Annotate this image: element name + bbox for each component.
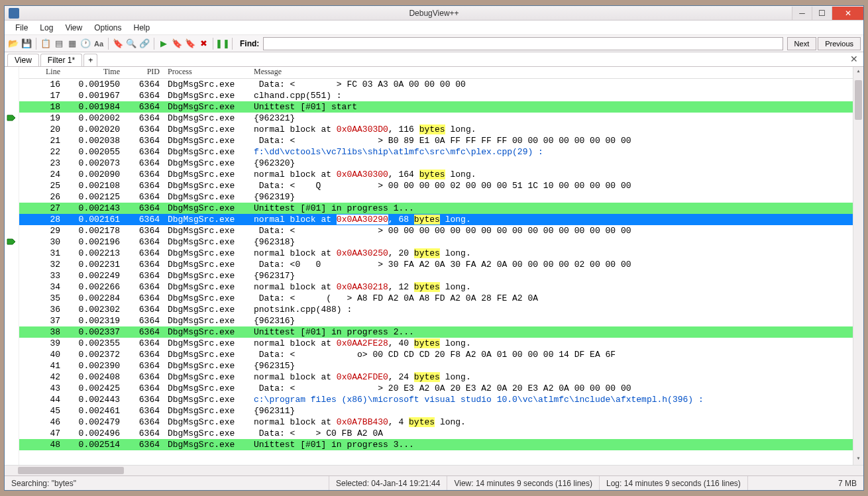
table-row[interactable]: 420.0024086364DbgMsgSrc.exenormal block … bbox=[19, 372, 863, 383]
table-row[interactable]: 320.0022316364DbgMsgSrc.exe Data: <0 0 >… bbox=[19, 259, 863, 270]
log-table[interactable]: Line Time PID Process Message 160.001950… bbox=[19, 67, 863, 465]
menu-view[interactable]: View bbox=[60, 22, 87, 34]
col-pid[interactable]: PID bbox=[125, 67, 165, 78]
titlebar[interactable]: DebugView++ ─ ☐ ✕ bbox=[5, 6, 863, 21]
table-row[interactable]: 240.0020906364DbgMsgSrc.exenormal block … bbox=[19, 169, 863, 180]
link-icon[interactable]: 🔗 bbox=[138, 38, 150, 50]
find-label: Find: bbox=[240, 39, 259, 48]
tab-add[interactable]: + bbox=[83, 54, 97, 66]
hscrollbar[interactable] bbox=[5, 465, 863, 475]
table-row[interactable]: 340.0022666364DbgMsgSrc.exenormal block … bbox=[19, 281, 863, 293]
status-selected: Selected: 04-Jan-14 19:21:44 bbox=[329, 476, 447, 490]
close-button[interactable]: ✕ bbox=[832, 7, 863, 20]
clear-icon[interactable]: ✖ bbox=[197, 38, 209, 50]
scroll-down-icon[interactable]: ▾ bbox=[853, 454, 863, 465]
table-row[interactable]: 470.0024966364DbgMsgSrc.exe Data: < > C0… bbox=[19, 428, 863, 439]
menu-log[interactable]: Log bbox=[34, 22, 58, 34]
table-row[interactable]: 250.0021086364DbgMsgSrc.exe Data: < Q > … bbox=[19, 180, 863, 191]
table-row[interactable]: 440.0024436364DbgMsgSrc.exec:\program fi… bbox=[19, 394, 863, 405]
status-log: Log: 14 minutes 9 seconds (116 lines) bbox=[600, 476, 748, 490]
table-row[interactable]: 410.0023906364DbgMsgSrc.exe{962315} bbox=[19, 360, 863, 372]
bookmark-icon[interactable] bbox=[7, 237, 16, 246]
table-row[interactable]: 330.0022496364DbgMsgSrc.exe{962317} bbox=[19, 270, 863, 281]
status-view: View: 14 minutes 9 seconds (116 lines) bbox=[447, 476, 600, 490]
col-time[interactable]: Time bbox=[66, 67, 125, 78]
play-icon[interactable]: ▶ bbox=[158, 38, 170, 50]
save-icon[interactable]: 💾 bbox=[21, 38, 32, 50]
filter-icon[interactable]: 🔖 bbox=[112, 38, 124, 50]
find-prev-button[interactable]: Previous bbox=[818, 37, 861, 50]
toolbar: 📂 💾 📋 ▤ ▦ 🕐 Aa 🔖 🔍 🔗 ▶ 🔖 🔖 ✖ ❚❚ Find: Ne… bbox=[5, 35, 863, 52]
copy-icon[interactable]: 📋 bbox=[40, 38, 52, 50]
vscroll-thumb[interactable] bbox=[855, 80, 862, 120]
table-row[interactable]: 290.0021786364DbgMsgSrc.exe Data: < > 00… bbox=[19, 225, 863, 236]
scroll-up-icon[interactable]: ▴ bbox=[853, 67, 863, 77]
list-icon[interactable]: ▤ bbox=[53, 38, 65, 50]
table-row[interactable]: 220.0020556364DbgMsgSrc.exef:\dd\vctools… bbox=[19, 146, 863, 158]
table-row[interactable]: 400.0023726364DbgMsgSrc.exe Data: < o> 0… bbox=[19, 349, 863, 360]
clock-icon[interactable]: 🕐 bbox=[80, 38, 91, 50]
app-window: DebugView++ ─ ☐ ✕ File Log View Options … bbox=[4, 5, 864, 491]
window-title: DebugView++ bbox=[5, 9, 863, 18]
col-line[interactable]: Line bbox=[19, 67, 66, 78]
find-icon[interactable]: 🔍 bbox=[125, 38, 137, 50]
table-row[interactable]: 460.0024796364DbgMsgSrc.exenormal block … bbox=[19, 417, 863, 428]
status-searching: Searching: "bytes" bbox=[5, 476, 329, 490]
table-row[interactable]: 280.0021616364DbgMsgSrc.exenormal block … bbox=[19, 214, 863, 225]
table-row[interactable]: 380.0023376364DbgMsgSrc.exeUnittest [#01… bbox=[19, 326, 863, 338]
table-row[interactable]: 310.0022136364DbgMsgSrc.exenormal block … bbox=[19, 248, 863, 259]
table-header: Line Time PID Process Message bbox=[19, 67, 863, 79]
tab-close-icon[interactable]: ✕ bbox=[850, 54, 858, 64]
vscrollbar[interactable]: ▴ ▾ bbox=[853, 67, 863, 465]
menu-file[interactable]: File bbox=[10, 22, 33, 34]
col-process[interactable]: Process bbox=[165, 67, 251, 78]
table-row[interactable]: 430.0024256364DbgMsgSrc.exe Data: < > 20… bbox=[19, 383, 863, 394]
props-icon[interactable]: ▦ bbox=[66, 38, 78, 50]
bookmark-prev-icon[interactable]: 🔖 bbox=[184, 38, 196, 50]
app-icon bbox=[9, 8, 19, 19]
tab-view[interactable]: View bbox=[7, 54, 39, 66]
menu-options[interactable]: Options bbox=[89, 22, 127, 34]
table-row[interactable]: 450.0024616364DbgMsgSrc.exe{962311} bbox=[19, 405, 863, 417]
maximize-button[interactable]: ☐ bbox=[812, 7, 832, 20]
find-input[interactable] bbox=[263, 37, 783, 50]
pause-icon[interactable]: ❚❚ bbox=[217, 38, 229, 50]
gutter bbox=[5, 67, 19, 465]
font-icon[interactable]: Aa bbox=[93, 38, 105, 50]
table-row[interactable]: 180.0019846364DbgMsgSrc.exeUnittest [#01… bbox=[19, 101, 863, 113]
table-row[interactable]: 170.0019676364DbgMsgSrc.execlhand.cpp(55… bbox=[19, 90, 863, 101]
table-row[interactable]: 270.0021436364DbgMsgSrc.exeUnittest [#01… bbox=[19, 203, 863, 214]
menubar: File Log View Options Help bbox=[5, 21, 863, 35]
log-area: Line Time PID Process Message 160.001950… bbox=[5, 67, 863, 465]
find-next-button[interactable]: Next bbox=[787, 37, 817, 50]
table-row[interactable]: 210.0020386364DbgMsgSrc.exe Data: < > B0… bbox=[19, 135, 863, 146]
bookmark-next-icon[interactable]: 🔖 bbox=[171, 38, 183, 50]
hscroll-thumb[interactable] bbox=[18, 467, 124, 474]
table-row[interactable]: 480.0025146364DbgMsgSrc.exeUnittest [#01… bbox=[19, 439, 863, 450]
col-message[interactable]: Message bbox=[251, 67, 863, 78]
table-row[interactable]: 300.0021966364DbgMsgSrc.exe{962318} bbox=[19, 236, 863, 248]
table-row[interactable]: 350.0022846364DbgMsgSrc.exe Data: < ( > … bbox=[19, 293, 863, 304]
table-row[interactable]: 260.0021256364DbgMsgSrc.exe{962319} bbox=[19, 191, 863, 203]
table-row[interactable]: 190.0020026364DbgMsgSrc.exe{962321} bbox=[19, 113, 863, 124]
tabbar: View Filter 1* + ✕ bbox=[5, 52, 863, 67]
open-icon[interactable]: 📂 bbox=[7, 38, 19, 50]
menu-help[interactable]: Help bbox=[129, 22, 156, 34]
table-row[interactable]: 160.0019506364DbgMsgSrc.exe Data: < > FC… bbox=[19, 79, 863, 90]
table-row[interactable]: 370.0023196364DbgMsgSrc.exe{962316} bbox=[19, 315, 863, 326]
table-row[interactable]: 200.0020206364DbgMsgSrc.exenormal block … bbox=[19, 124, 863, 135]
table-row[interactable]: 360.0023026364DbgMsgSrc.exepnotsink.cpp(… bbox=[19, 304, 863, 315]
table-row[interactable]: 390.0023556364DbgMsgSrc.exenormal block … bbox=[19, 338, 863, 349]
bookmark-icon[interactable] bbox=[7, 113, 16, 123]
statusbar: Searching: "bytes" Selected: 04-Jan-14 1… bbox=[5, 475, 863, 490]
tab-filter[interactable]: Filter 1* bbox=[40, 54, 82, 66]
minimize-button[interactable]: ─ bbox=[792, 7, 812, 20]
status-mem: 7 MB bbox=[832, 476, 863, 490]
table-row[interactable]: 230.0020736364DbgMsgSrc.exe{962320} bbox=[19, 158, 863, 169]
